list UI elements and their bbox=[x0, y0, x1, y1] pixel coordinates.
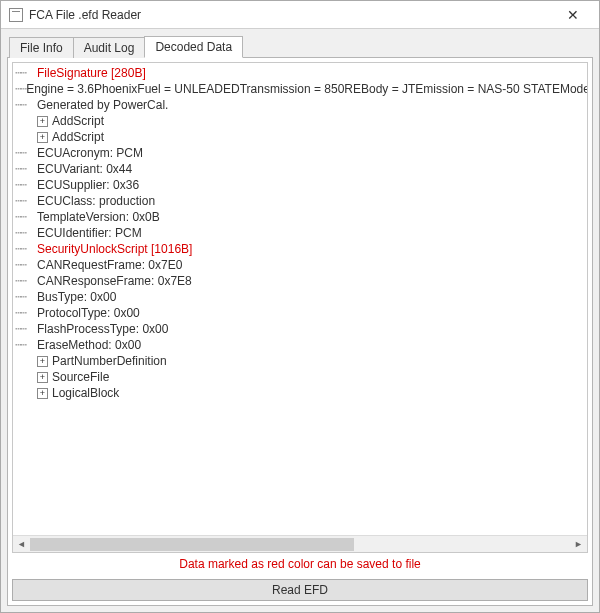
tree-connector: ⋯⋯ bbox=[15, 161, 37, 177]
tree-node-label: Engine = 3.6PhoenixFuel = UNLEADEDTransm… bbox=[26, 81, 587, 97]
app-window: FCA File .efd Reader ✕ File Info Audit L… bbox=[0, 0, 600, 613]
tree-node-label: SecurityUnlockScript [1016B] bbox=[37, 241, 192, 257]
scroll-right-button[interactable]: ► bbox=[570, 536, 587, 553]
tree-node[interactable]: +SourceFile bbox=[15, 369, 585, 385]
tree-connector: ⋯⋯ bbox=[15, 209, 37, 225]
tree-connector: ⋯⋯ bbox=[15, 289, 37, 305]
tab-file-info[interactable]: File Info bbox=[9, 37, 74, 58]
tree-node-label: ECUIdentifier: PCM bbox=[37, 225, 142, 241]
tab-panel-decoded-data: ⋯⋯FileSignature [280B]⋯⋯Engine = 3.6Phoe… bbox=[7, 57, 593, 606]
horizontal-scrollbar[interactable]: ◄ ► bbox=[13, 535, 587, 552]
tree-connector: ⋯⋯ bbox=[15, 305, 37, 321]
tree-connector: ⋯⋯ bbox=[15, 257, 37, 273]
tree-connector: ⋯⋯ bbox=[15, 65, 37, 81]
tree-node[interactable]: ⋯⋯ECUVariant: 0x44 bbox=[15, 161, 585, 177]
tree-node[interactable]: ⋯⋯BusType: 0x00 bbox=[15, 289, 585, 305]
scroll-track[interactable] bbox=[30, 536, 570, 552]
tree-connector: ⋯⋯ bbox=[15, 97, 37, 113]
tree-node[interactable]: ⋯⋯ECUAcronym: PCM bbox=[15, 145, 585, 161]
scroll-thumb[interactable] bbox=[30, 538, 354, 551]
tree-node-label: ECUClass: production bbox=[37, 193, 155, 209]
tree-node-label: AddScript bbox=[52, 129, 104, 145]
tree-node-label: LogicalBlock bbox=[52, 385, 119, 401]
app-icon bbox=[9, 8, 23, 22]
expand-icon[interactable]: + bbox=[37, 356, 48, 367]
tree-node[interactable]: ⋯⋯CANResponseFrame: 0x7E8 bbox=[15, 273, 585, 289]
tree-node-label: CANResponseFrame: 0x7E8 bbox=[37, 273, 192, 289]
tree-node-label: EraseMethod: 0x00 bbox=[37, 337, 141, 353]
tree-node[interactable]: ⋯⋯ECUSupplier: 0x36 bbox=[15, 177, 585, 193]
tree-node[interactable]: ⋯⋯ProtocolType: 0x00 bbox=[15, 305, 585, 321]
close-button[interactable]: ✕ bbox=[553, 1, 593, 28]
tree-node[interactable]: ⋯⋯SecurityUnlockScript [1016B] bbox=[15, 241, 585, 257]
expand-icon[interactable]: + bbox=[37, 132, 48, 143]
tree-node-label: TemplateVersion: 0x0B bbox=[37, 209, 160, 225]
tree-connector: ⋯⋯ bbox=[15, 193, 37, 209]
tab-decoded-data[interactable]: Decoded Data bbox=[144, 36, 243, 58]
tree-connector: ⋯⋯ bbox=[15, 145, 37, 161]
tree-container: ⋯⋯FileSignature [280B]⋯⋯Engine = 3.6Phoe… bbox=[12, 62, 588, 553]
tree-node[interactable]: ⋯⋯ECUClass: production bbox=[15, 193, 585, 209]
hint-text: Data marked as red color can be saved to… bbox=[12, 553, 588, 577]
client-area: File Info Audit Log Decoded Data ⋯⋯FileS… bbox=[1, 29, 599, 612]
tree-node-label: BusType: 0x00 bbox=[37, 289, 116, 305]
tree-node[interactable]: ⋯⋯Generated by PowerCal. bbox=[15, 97, 585, 113]
tree-connector: ⋯⋯ bbox=[15, 241, 37, 257]
scroll-left-button[interactable]: ◄ bbox=[13, 536, 30, 553]
tree-connector: ⋯⋯ bbox=[15, 81, 26, 97]
tree-node-label: PartNumberDefinition bbox=[52, 353, 167, 369]
tree-node-label: ECUVariant: 0x44 bbox=[37, 161, 132, 177]
read-efd-button[interactable]: Read EFD bbox=[12, 579, 588, 601]
expand-icon[interactable]: + bbox=[37, 116, 48, 127]
tree-connector: ⋯⋯ bbox=[15, 273, 37, 289]
expand-icon[interactable]: + bbox=[37, 388, 48, 399]
tree-node-label: ProtocolType: 0x00 bbox=[37, 305, 140, 321]
tree-node-label: FileSignature [280B] bbox=[37, 65, 146, 81]
tree-node[interactable]: ⋯⋯TemplateVersion: 0x0B bbox=[15, 209, 585, 225]
tree-node-label: SourceFile bbox=[52, 369, 109, 385]
tree-node-label: CANRequestFrame: 0x7E0 bbox=[37, 257, 182, 273]
tab-audit-log[interactable]: Audit Log bbox=[73, 37, 146, 58]
title-bar: FCA File .efd Reader ✕ bbox=[1, 1, 599, 29]
tree-node[interactable]: ⋯⋯FileSignature [280B] bbox=[15, 65, 585, 81]
tree-node[interactable]: ⋯⋯Engine = 3.6PhoenixFuel = UNLEADEDTran… bbox=[15, 81, 585, 97]
tree-node[interactable]: +LogicalBlock bbox=[15, 385, 585, 401]
tab-strip: File Info Audit Log Decoded Data bbox=[9, 35, 593, 57]
tree-connector: ⋯⋯ bbox=[15, 321, 37, 337]
tree-node[interactable]: ⋯⋯EraseMethod: 0x00 bbox=[15, 337, 585, 353]
tree-node-label: ECUSupplier: 0x36 bbox=[37, 177, 139, 193]
tree-node-label: AddScript bbox=[52, 113, 104, 129]
tree-connector: ⋯⋯ bbox=[15, 177, 37, 193]
tree-node[interactable]: +PartNumberDefinition bbox=[15, 353, 585, 369]
tree-connector: ⋯⋯ bbox=[15, 337, 37, 353]
tree-connector: ⋯⋯ bbox=[15, 225, 37, 241]
tree-node[interactable]: +AddScript bbox=[15, 129, 585, 145]
expand-icon[interactable]: + bbox=[37, 372, 48, 383]
tree-node[interactable]: +AddScript bbox=[15, 113, 585, 129]
tree-view[interactable]: ⋯⋯FileSignature [280B]⋯⋯Engine = 3.6Phoe… bbox=[13, 63, 587, 535]
window-title: FCA File .efd Reader bbox=[29, 8, 553, 22]
tree-node-label: Generated by PowerCal. bbox=[37, 97, 168, 113]
tree-node-label: FlashProcessType: 0x00 bbox=[37, 321, 168, 337]
tree-node-label: ECUAcronym: PCM bbox=[37, 145, 143, 161]
tree-node[interactable]: ⋯⋯ECUIdentifier: PCM bbox=[15, 225, 585, 241]
tree-node[interactable]: ⋯⋯CANRequestFrame: 0x7E0 bbox=[15, 257, 585, 273]
tree-node[interactable]: ⋯⋯FlashProcessType: 0x00 bbox=[15, 321, 585, 337]
